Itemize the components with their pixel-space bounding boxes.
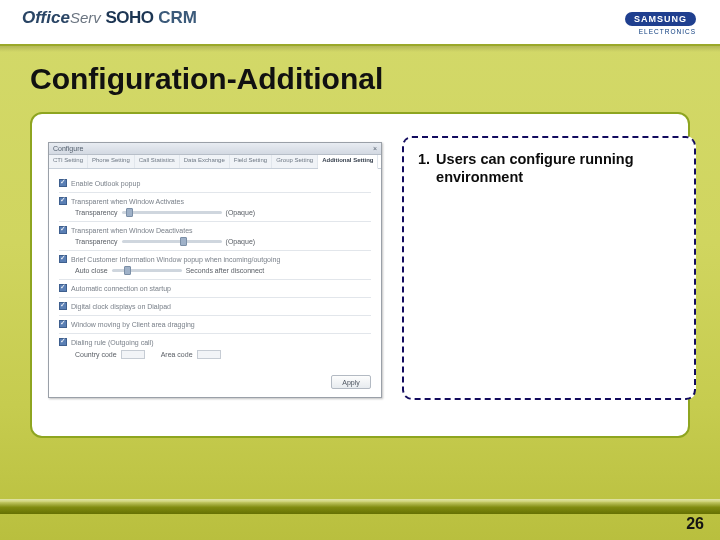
close-icon[interactable]: × [373,145,377,152]
opaque-label: (Opaque) [226,238,256,245]
apply-button[interactable]: Apply [331,375,371,389]
opt-label: Dialing rule (Outgoing call) [71,339,153,346]
callout-num: 1. [418,150,430,186]
configure-titlebar: Configure × [49,143,381,155]
opt-brief-popup[interactable]: Brief Customer Information Window popup … [59,255,371,263]
checkbox-icon[interactable] [59,179,67,187]
logo-office: Office [22,8,70,27]
logo-electronics: ELECTRONICS [625,28,696,35]
opt-label: Brief Customer Information Window popup … [71,256,280,263]
area-code-label: Area code [161,351,193,358]
content-panel: Configure × CTI Setting Phone Setting Ca… [30,112,690,438]
page-number: 26 [686,515,704,533]
checkbox-icon[interactable] [59,197,67,205]
divider [59,250,371,251]
opt-trans-deactivate[interactable]: Transparent when Window Deactivates [59,226,371,234]
slider-track[interactable] [122,211,222,214]
logo-crm: CRM [158,8,197,27]
header-strip: OfficeServ SOHO CRM SAMSUNG ELECTRONICS [0,0,720,46]
configure-title-text: Configure [53,145,83,152]
divider [59,297,371,298]
divider [59,333,371,334]
configure-tabs: CTI Setting Phone Setting Call Statistic… [49,155,381,169]
callout-item-1: 1. Users can configure running environme… [418,150,684,186]
tab-group-setting[interactable]: Group Setting [272,155,318,168]
trans-deactivate-slider-row: Transparency (Opaque) [59,238,371,245]
area-code-input[interactable] [197,350,221,359]
trans-activate-slider-row: Transparency (Opaque) [59,209,371,216]
slider-track[interactable] [112,269,182,272]
auto-close-label: Auto close [75,267,108,274]
logo-samsung-block: SAMSUNG ELECTRONICS [625,8,696,35]
slide: OfficeServ SOHO CRM SAMSUNG ELECTRONICS … [0,0,720,540]
logo-soho: SOHO [105,8,153,27]
configure-window: Configure × CTI Setting Phone Setting Ca… [48,142,382,398]
slider-track[interactable] [122,240,222,243]
divider [59,279,371,280]
divider [59,192,371,193]
transparency-label: Transparency [75,238,118,245]
logo-samsung: SAMSUNG [625,12,696,26]
checkbox-icon[interactable] [59,284,67,292]
tab-field-setting[interactable]: Field Setting [230,155,272,168]
slider-thumb-icon[interactable] [180,237,187,246]
footer-strip [0,499,720,514]
slider-thumb-icon[interactable] [126,208,133,217]
tab-call-statistics[interactable]: Call Statistics [135,155,180,168]
opt-dialing-rule[interactable]: Dialing rule (Outgoing call) [59,338,371,346]
opt-label: Transparent when Window Deactivates [71,227,193,234]
divider [59,221,371,222]
checkbox-icon[interactable] [59,302,67,310]
tab-phone-setting[interactable]: Phone Setting [88,155,135,168]
logo-serv: Serv [70,9,101,26]
dialing-rule-row: Country code Area code [59,350,371,359]
callout-text: Users can configure running environment [436,150,684,186]
tab-data-exchange[interactable]: Data Exchange [180,155,230,168]
opt-auto-connect[interactable]: Automatic connection on startup [59,284,371,292]
configure-body: Enable Outlook popup Transparent when Wi… [49,169,381,363]
checkbox-icon[interactable] [59,338,67,346]
callout-box: 1. Users can configure running environme… [402,136,696,400]
country-code-input[interactable] [121,350,145,359]
opt-label: Window moving by Client area dragging [71,321,195,328]
transparency-label: Transparency [75,209,118,216]
opt-enable-outlook[interactable]: Enable Outlook popup [59,179,371,187]
opt-label: Automatic connection on startup [71,285,171,292]
seconds-after-label: Seconds after disconnect [186,267,265,274]
page-title: Configuration-Additional [30,62,383,96]
opt-dragging[interactable]: Window moving by Client area dragging [59,320,371,328]
tab-additional-setting[interactable]: Additional Setting [318,155,378,169]
header-underline [0,46,720,52]
country-code-label: Country code [75,351,117,358]
opt-label: Transparent when Window Activates [71,198,184,205]
tab-cti-setting[interactable]: CTI Setting [49,155,88,168]
opt-label: Digital clock displays on Dialpad [71,303,171,310]
opt-trans-activate[interactable]: Transparent when Window Activates [59,197,371,205]
checkbox-icon[interactable] [59,226,67,234]
auto-close-row: Auto close Seconds after disconnect [59,267,371,274]
divider [59,315,371,316]
checkbox-icon[interactable] [59,255,67,263]
opaque-label: (Opaque) [226,209,256,216]
slider-thumb-icon[interactable] [124,266,131,275]
opt-digital-clock[interactable]: Digital clock displays on Dialpad [59,302,371,310]
apply-label: Apply [342,379,360,386]
logo-officeserv: OfficeServ SOHO CRM [22,8,197,28]
opt-label: Enable Outlook popup [71,180,140,187]
checkbox-icon[interactable] [59,320,67,328]
